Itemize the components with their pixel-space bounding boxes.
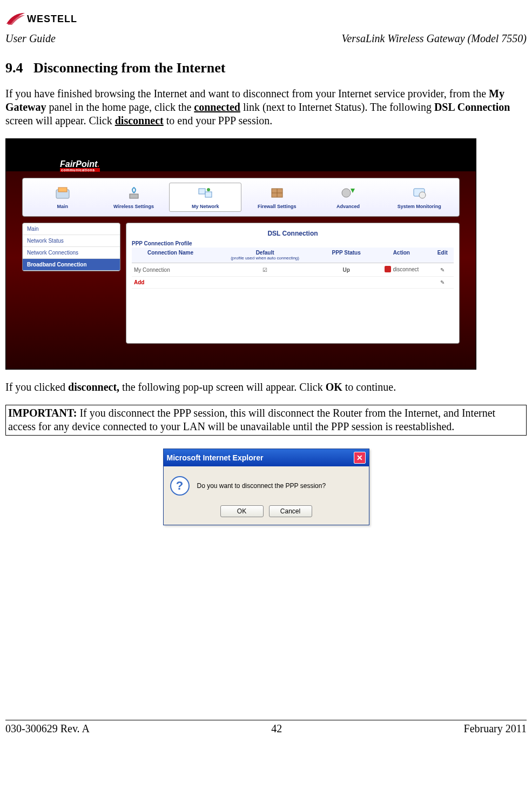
advanced-icon [340, 185, 357, 202]
dialog-title: Microsoft Internet Explorer [167, 453, 264, 462]
nav-monitoring[interactable]: System Monitoring [383, 183, 455, 211]
col-edit: Edit [432, 248, 454, 263]
svg-rect-2 [130, 194, 138, 198]
home-icon [54, 185, 71, 202]
svg-point-5 [207, 188, 210, 191]
isp-logo: FairPoint. communications [60, 159, 100, 172]
running-header: User Guide VersaLink Wireless Gateway (M… [5, 32, 527, 45]
nav-my-network[interactable]: My Network [169, 183, 241, 212]
important-text: If you disconnect the PPP session, this … [8, 407, 495, 432]
brand-logo: WESTELL [5, 11, 77, 27]
ok-button[interactable]: OK [220, 505, 264, 517]
add-link[interactable]: Add [134, 279, 144, 285]
brand-swoosh-icon [5, 11, 26, 27]
nav-main[interactable]: Main [27, 183, 98, 211]
svg-point-11 [419, 192, 426, 198]
main-nav: Main Wireless Settings My Network Firewa… [22, 178, 460, 217]
side-broadband-connection[interactable]: Broadband Connection [23, 259, 120, 271]
col-ppp-status: PPP Status [321, 248, 372, 263]
page-footer: 030-300629 Rev. A 42 February 2011 [5, 720, 527, 735]
svg-rect-4 [205, 192, 212, 197]
important-note: IMPORTANT: If you disconnect the PPP ses… [5, 405, 527, 436]
col-action: Action [372, 248, 431, 263]
paragraph-1: If you have finished browsing the Intern… [5, 87, 527, 128]
side-network-connections[interactable]: Network Connections [23, 247, 120, 259]
important-label: IMPORTANT: [8, 407, 77, 419]
dsl-connection-panel: DSL Connection PPP Connection Profile Co… [126, 223, 460, 344]
nav-firewall[interactable]: Firewall Settings [241, 183, 313, 211]
cell-name: My Connection [132, 263, 209, 277]
firewall-icon [268, 185, 286, 202]
col-connection-name: Connection Name [132, 248, 209, 263]
section-number: 9.4 [5, 60, 23, 76]
close-button[interactable]: ✕ [354, 452, 366, 464]
svg-rect-3 [199, 189, 205, 194]
col-default: Default(profile used when auto connectin… [209, 248, 321, 263]
edit-icon: ✎ [440, 279, 445, 285]
footer-page-number: 42 [271, 723, 282, 735]
dialog-titlebar: Microsoft Internet Explorer ✕ [164, 449, 369, 466]
stop-icon [385, 266, 391, 272]
svg-rect-1 [58, 188, 67, 192]
monitor-icon [410, 185, 428, 202]
svg-point-9 [342, 189, 351, 197]
section-heading: 9.4 Disconnecting from the Internet [5, 60, 527, 76]
edit-icon: ✎ [440, 267, 445, 273]
footer-right: February 2011 [464, 723, 527, 735]
confirm-dialog: Microsoft Internet Explorer ✕ ? Do you w… [163, 449, 369, 525]
brand-name: WESTELL [27, 14, 77, 25]
question-icon: ? [170, 476, 190, 496]
cell-status: Up [321, 263, 372, 277]
cell-default[interactable]: ☑ [209, 263, 321, 277]
checkbox-icon: ☑ [262, 267, 267, 273]
connection-table: Connection Name Default(profile used whe… [132, 248, 454, 289]
panel-subtitle: PPP Connection Profile [132, 240, 454, 246]
nav-advanced[interactable]: Advanced [313, 183, 384, 211]
close-icon: ✕ [356, 453, 363, 462]
side-main[interactable]: Main [23, 223, 120, 235]
wireless-icon [125, 185, 143, 202]
table-row: Add ✎ [132, 277, 454, 289]
cell-edit[interactable]: ✎ [432, 263, 454, 277]
paragraph-2: If you clicked disconnect, the following… [5, 380, 527, 394]
cancel-button[interactable]: Cancel [269, 505, 312, 517]
footer-left: 030-300629 Rev. A [5, 723, 90, 735]
router-screenshot: FairPoint. communications Main Wireless … [5, 138, 476, 370]
cell-edit-add[interactable]: ✎ [432, 277, 454, 289]
side-network-status[interactable]: Network Status [23, 235, 120, 247]
dialog-message: Do you want to disconnect the PPP sessio… [197, 482, 326, 490]
section-title: Disconnecting from the Internet [33, 60, 226, 76]
disconnect-link[interactable]: disconnect [385, 266, 419, 272]
panel-title: DSL Connection [132, 230, 454, 237]
table-row: My Connection ☑ Up disconnect ✎ [132, 263, 454, 277]
side-nav: Main Network Status Network Connections … [22, 223, 120, 271]
nav-wireless[interactable]: Wireless Settings [98, 183, 170, 211]
header-left: User Guide [5, 32, 56, 45]
header-right: VersaLink Wireless Gateway (Model 7550) [341, 32, 527, 45]
network-icon [197, 185, 214, 202]
